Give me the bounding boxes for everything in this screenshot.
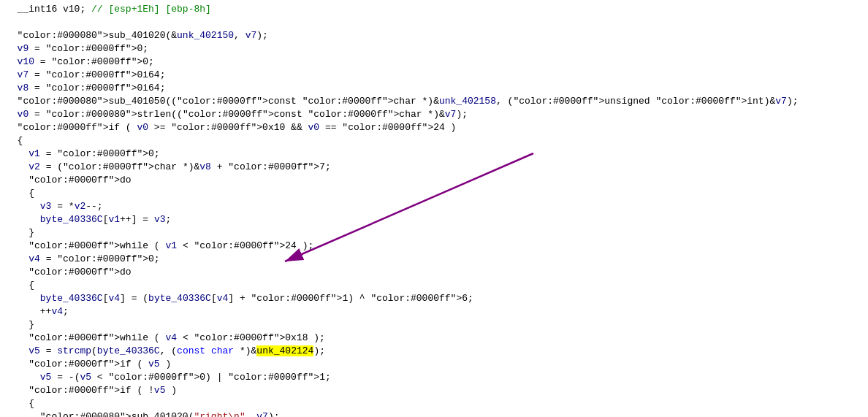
code-content: __int16 v10; // [esp+1Eh] [ebp-8h] "colo… — [0, 3, 868, 417]
code-line: v5 = strcmp(byte_40336C, (const char *)&… — [0, 345, 868, 358]
code-line: ++v4; — [0, 305, 868, 318]
code-line: v7 = "color:#0000ff">0i64; — [0, 69, 868, 82]
code-line: "color:#0000ff">while ( v4 < "color:#000… — [0, 332, 868, 345]
code-editor: __int16 v10; // [esp+1Eh] [ebp-8h] "colo… — [0, 0, 868, 417]
code-line: byte_40336C[v4] = (byte_40336C[v4] + "co… — [0, 292, 868, 305]
code-line: v9 = "color:#0000ff">0; — [0, 42, 868, 56]
code-line: v5 = -(v5 < "color:#0000ff">0) | "color:… — [0, 371, 868, 384]
code-line: v10 = "color:#0000ff">0; — [0, 56, 868, 69]
code-line: v0 = "color:#000080">strlen(("color:#000… — [0, 108, 868, 121]
code-line: "color:#0000ff">while ( v1 < "color:#000… — [0, 240, 868, 253]
code-line: "color:#0000ff">do — [0, 266, 868, 279]
code-line: "color:#0000ff">if ( v5 ) — [0, 358, 868, 371]
code-line: } — [0, 226, 868, 240]
code-line: __int16 v10; // [esp+1Eh] [ebp-8h] — [0, 3, 868, 16]
code-line: "color:#0000ff">if ( v0 >= "color:#0000f… — [0, 121, 868, 134]
code-line: v3 = *v2--; — [0, 200, 868, 213]
code-line: "color:#000080">sub_401020(&unk_402150, … — [0, 29, 868, 42]
code-line: byte_40336C[v1++] = v3; — [0, 213, 868, 226]
code-line: } — [0, 318, 868, 332]
code-line: { — [0, 279, 868, 292]
code-line: "color:#000080">sub_401050(("color:#0000… — [0, 95, 868, 108]
code-line: v4 = "color:#0000ff">0; — [0, 253, 868, 266]
code-line: v1 = "color:#0000ff">0; — [0, 148, 868, 161]
code-line: v2 = ("color:#0000ff">char *)&v8 + "colo… — [0, 161, 868, 174]
code-line: "color:#0000ff">if ( !v5 ) — [0, 384, 868, 397]
code-line: "color:#0000ff">do — [0, 174, 868, 187]
code-line: { — [0, 187, 868, 200]
code-line: { — [0, 134, 868, 148]
code-line: v8 = "color:#0000ff">0i64; — [0, 82, 868, 95]
code-line: "color:#000080">sub_401020("right\n", v7… — [0, 410, 868, 417]
code-line: { — [0, 397, 868, 410]
code-line — [0, 16, 868, 29]
